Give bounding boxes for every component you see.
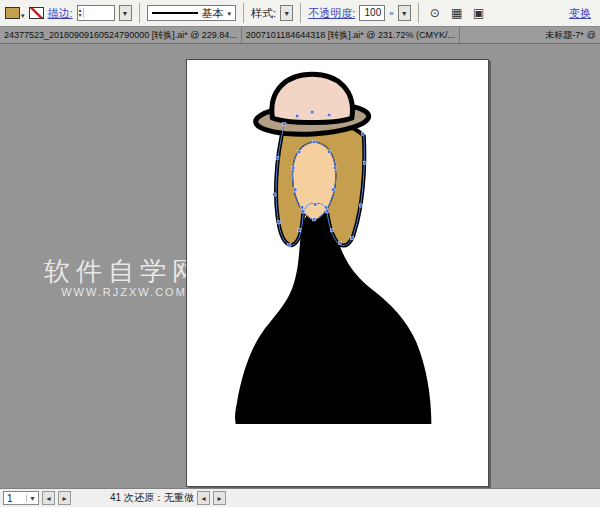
anchor-point[interactable] [327,150,330,153]
anchor-point[interactable] [324,206,327,209]
document-tab-bar: 24377523_20180909160524790000 [转换].ai* @… [0,27,600,44]
status-scroll-right-button[interactable]: ▸ [213,491,226,505]
brush-stroke-preview [152,12,198,14]
document-tab-2[interactable]: 2007101184644318 [转换].ai* @ 231.72% (CMY… [242,29,459,42]
artboard-number: 1 [4,493,26,504]
anchor-point[interactable] [276,156,279,159]
artboard-navigation-dropdown[interactable]: 1 ▼ [3,491,39,505]
status-history-text: 41 次还原：无重做 [110,491,194,505]
transform-panel-link[interactable]: 变换 [569,6,591,21]
document-tab-3-label: 未标题-7* [545,29,584,42]
anchor-point[interactable] [363,161,366,164]
anchor-point[interactable] [325,210,328,213]
anchor-point[interactable] [273,193,276,196]
anchor-point[interactable] [350,237,353,240]
fill-color-swatch[interactable]: ▾ [5,7,25,19]
none-stroke-icon [29,7,44,19]
prev-artboard-button[interactable]: ◂ [42,491,55,505]
document-tab-1[interactable]: 24377523_20180909160524790000 [转换].ai* @… [0,29,241,42]
anchor-point[interactable] [294,188,297,191]
fill-swatch-color [5,7,20,19]
separator [418,3,419,23]
document-tab-3[interactable]: 未标题-7* @ [545,29,600,42]
anchor-point[interactable] [338,242,341,245]
document-tab-3-suffix: @ [587,30,596,40]
anchor-point[interactable] [288,244,291,247]
anchor-point[interactable] [330,229,333,232]
anchor-point[interactable] [313,218,316,221]
stroke-weight-input[interactable]: ▴▾ [77,5,115,21]
anchor-point[interactable] [301,206,304,209]
chevron-down-icon: ▼ [26,495,38,502]
style-dropdown[interactable]: ▼ [280,5,293,21]
recolor-artwork-icon[interactable]: ⊙ [426,4,444,22]
anchor-point[interactable] [298,150,301,153]
anchor-point[interactable] [292,166,295,169]
anchor-point[interactable] [359,204,362,207]
hat-dome-shape[interactable] [272,74,353,122]
anchor-point[interactable] [278,221,281,224]
status-scroll-left-button[interactable]: ◂ [197,491,210,505]
control-bar: ▾ 描边: ▴▾ ▼ 基本 ▾ 样式: ▼ 不透明度: 100 » ▼ ⊙ ▦ … [0,0,600,27]
brush-definition-dropdown[interactable]: 基本 ▾ [147,5,237,21]
style-label: 样式: [251,6,276,21]
status-bar: 1 ▼ ◂ ▸ 41 次还原：无重做 ◂ ▸ [0,488,600,507]
anchor-point[interactable] [311,110,314,113]
next-artboard-button[interactable]: ▸ [58,491,71,505]
stroke-none-swatch[interactable] [29,7,44,19]
anchor-point[interactable] [327,113,330,116]
anchor-point[interactable] [283,122,286,125]
anchor-point[interactable] [296,114,299,117]
stroke-panel-link[interactable]: 描边: [48,6,73,21]
chevron-down-icon: ▾ [21,12,25,19]
opacity-dropdown[interactable]: ▼ [398,5,411,21]
artboard[interactable] [186,59,489,487]
anchor-point[interactable] [361,132,364,135]
artwork [187,60,488,486]
stepper-arrows-icon[interactable]: ▴▾ [78,8,84,18]
opacity-panel-link[interactable]: 不透明度: [308,6,355,21]
chevron-down-icon: ▾ [228,10,232,17]
panels-icon[interactable]: ▣ [470,4,488,22]
anchor-point[interactable] [302,210,305,213]
anchor-point[interactable] [331,188,334,191]
align-panel-icon[interactable]: ▦ [448,4,466,22]
anchor-point[interactable] [314,203,317,206]
separator [300,3,301,23]
anchor-point[interactable] [313,140,316,143]
opacity-stepper-icon[interactable]: » [389,9,393,18]
anchor-point[interactable] [333,166,336,169]
separator [139,3,140,23]
tab-divider [459,27,460,43]
separator [243,3,244,23]
opacity-input[interactable]: 100 [359,5,385,21]
canvas-area[interactable]: 软件自学网 www.rjzxw.com [0,44,600,488]
brush-name-label: 基本 [202,6,224,21]
stroke-weight-dropdown[interactable]: ▼ [119,5,132,21]
anchor-point[interactable] [298,229,301,232]
